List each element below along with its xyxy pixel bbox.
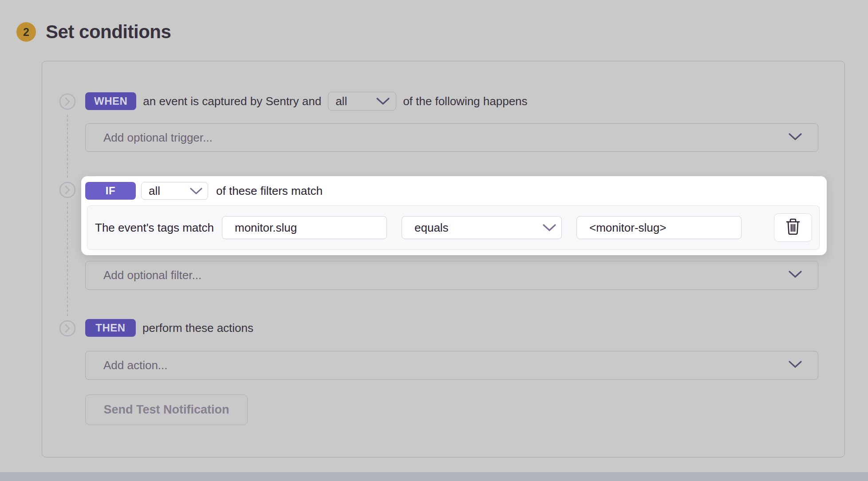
add-action-dropdown[interactable]: Add action... <box>85 351 818 380</box>
add-trigger-placeholder: Add optional trigger... <box>103 131 789 145</box>
add-filter-dropdown[interactable]: Add optional filter... <box>85 261 818 290</box>
filter-label: The event's tags match <box>95 221 214 235</box>
then-badge: THEN <box>85 319 136 337</box>
add-filter-placeholder: Add optional filter... <box>103 268 789 282</box>
when-row: WHEN an event is captured by Sentry and … <box>85 91 528 111</box>
conditions-panel: WHEN an event is captured by Sentry and … <box>42 61 845 457</box>
add-action-placeholder: Add action... <box>103 359 789 372</box>
chevron-down-icon <box>789 133 802 142</box>
filter-condition-row: The event's tags match equals <box>87 205 820 250</box>
section-header: 2 Set conditions <box>16 21 171 43</box>
then-text-after: perform these actions <box>142 321 253 335</box>
rail-connector <box>67 202 68 316</box>
then-row: THEN perform these actions <box>85 318 253 338</box>
send-test-notification-button[interactable]: Send Test Notification <box>85 394 248 425</box>
collapse-then-icon[interactable] <box>59 320 76 337</box>
if-header-row: IF all of these filters match <box>85 182 323 200</box>
when-text-after: of the following happens <box>403 95 527 108</box>
page-title: Set conditions <box>46 21 171 43</box>
when-badge: WHEN <box>85 92 136 110</box>
chevron-down-icon <box>789 271 802 280</box>
when-text-before: an event is captured by Sentry and <box>143 95 321 108</box>
chevron-down-icon <box>190 184 202 198</box>
if-badge: IF <box>85 182 136 200</box>
chevron-down-icon <box>789 361 802 370</box>
delete-filter-button[interactable] <box>774 213 812 242</box>
chevron-down-icon <box>376 95 390 108</box>
step-number-badge: 2 <box>16 22 36 42</box>
trash-icon <box>785 218 801 237</box>
when-match-select[interactable]: all <box>328 92 396 110</box>
if-filter-card: IF all of these filters match The event'… <box>81 176 827 255</box>
match-type-select-value: equals <box>414 221 449 235</box>
match-type-select[interactable]: equals <box>402 216 562 239</box>
tag-key-input[interactable] <box>222 216 387 239</box>
tag-value-input[interactable] <box>576 216 742 239</box>
if-match-select[interactable]: all <box>141 182 208 200</box>
collapse-when-icon[interactable] <box>59 93 76 110</box>
rail-connector <box>67 114 68 178</box>
footer-strip <box>0 472 868 481</box>
add-trigger-dropdown[interactable]: Add optional trigger... <box>85 123 818 152</box>
chevron-down-icon <box>543 221 556 235</box>
set-conditions-page: 2 Set conditions WHEN an event is captur… <box>0 0 868 481</box>
if-text-after: of these filters match <box>216 184 323 198</box>
when-match-select-value: all <box>335 95 347 108</box>
if-match-select-value: all <box>149 184 160 198</box>
collapse-if-icon[interactable] <box>59 181 76 198</box>
